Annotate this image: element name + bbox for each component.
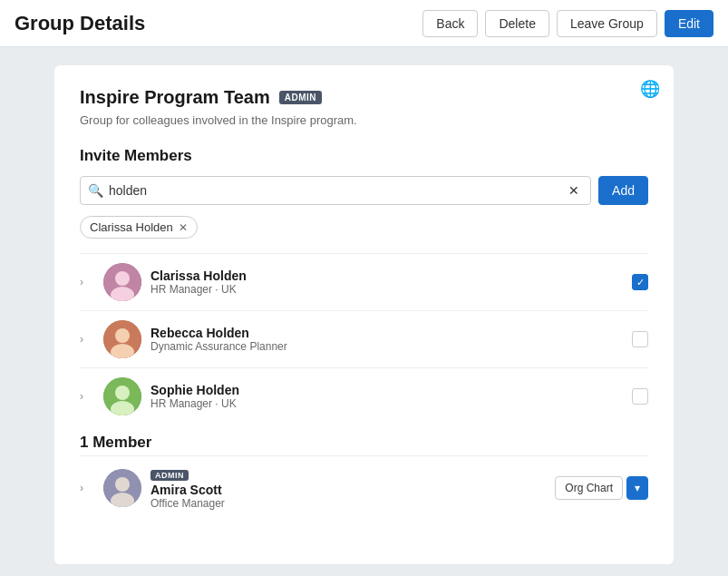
member-admin-badge: ADMIN xyxy=(150,470,189,481)
main-content: 🌐 Inspire Program Team ADMIN Group for c… xyxy=(0,47,728,576)
clear-icon[interactable]: ✕ xyxy=(565,181,583,200)
leave-group-button[interactable]: Leave Group xyxy=(557,10,657,37)
search-input[interactable] xyxy=(109,177,565,204)
group-description: Group for colleagues involved in the Ins… xyxy=(80,113,648,127)
avatar xyxy=(103,263,141,301)
delete-button[interactable]: Delete xyxy=(485,10,548,37)
chevron-icon: › xyxy=(80,276,94,288)
group-title-row: Inspire Program Team ADMIN xyxy=(80,87,648,108)
page-header: Group Details Back Delete Leave Group Ed… xyxy=(0,0,728,47)
tag-label: Clarissa Holden xyxy=(90,220,173,234)
member-role: HR Manager · UK xyxy=(150,283,623,296)
member-dropdown-button[interactable]: ▾ xyxy=(626,476,648,500)
member-info: Clarissa Holden HR Manager · UK xyxy=(150,268,623,296)
member-role: Dynamic Assurance Planner xyxy=(150,340,623,353)
admin-badge: ADMIN xyxy=(279,91,322,104)
org-chart-button[interactable]: Org Chart xyxy=(555,476,623,500)
svg-point-1 xyxy=(115,271,130,286)
search-result-row: › Clarissa Holden HR Manager · UK ✓ xyxy=(80,253,648,310)
member-role: Office Manager xyxy=(150,497,546,510)
tag-remove-icon[interactable]: ✕ xyxy=(179,221,188,234)
member-info: ADMIN Amira Scott Office Manager xyxy=(150,465,546,510)
invite-section-title: Invite Members xyxy=(80,147,648,165)
member-role: HR Manager · UK xyxy=(150,397,623,410)
member-row: › ADMIN Amira Scott Office Manager Org C… xyxy=(80,455,648,519)
search-icon: 🔍 xyxy=(88,183,103,198)
search-input-wrap[interactable]: 🔍 ✕ xyxy=(80,176,591,205)
group-name: Inspire Program Team xyxy=(80,87,270,108)
tag-row: Clarissa Holden ✕ xyxy=(80,216,648,239)
avatar-image xyxy=(103,263,141,301)
member-info: Rebecca Holden Dynamic Assurance Planner xyxy=(150,326,623,353)
group-card: 🌐 Inspire Program Team ADMIN Group for c… xyxy=(54,65,674,564)
svg-point-4 xyxy=(115,328,130,343)
member-checkbox[interactable] xyxy=(632,331,648,347)
avatar-image xyxy=(103,320,141,358)
tag-clarissa-holden: Clarissa Holden ✕ xyxy=(80,216,198,239)
header-actions: Back Delete Leave Group Edit xyxy=(422,10,713,37)
members-section-title: 1 Member xyxy=(80,434,648,452)
back-button[interactable]: Back xyxy=(422,10,478,37)
chevron-icon: › xyxy=(80,333,94,346)
svg-point-10 xyxy=(115,477,130,492)
member-name: Rebecca Holden xyxy=(150,326,623,340)
globe-icon: 🌐 xyxy=(639,78,661,100)
search-result-row: › Sophie Holden HR Manager · UK xyxy=(80,367,648,425)
add-button[interactable]: Add xyxy=(598,176,648,205)
member-name: Sophie Holden xyxy=(150,383,623,397)
avatar-image xyxy=(103,377,141,415)
search-results: › Clarissa Holden HR Manager · UK ✓ › xyxy=(80,253,648,425)
avatar xyxy=(103,377,141,415)
chevron-icon: › xyxy=(80,482,94,494)
edit-button[interactable]: Edit xyxy=(665,10,713,37)
svg-point-7 xyxy=(115,386,130,400)
avatar xyxy=(103,469,141,507)
member-info: Sophie Holden HR Manager · UK xyxy=(150,383,623,410)
search-row: 🔍 ✕ Add xyxy=(80,176,648,205)
member-name: Clarissa Holden xyxy=(150,268,623,283)
member-checkbox[interactable] xyxy=(632,388,648,405)
member-name: Amira Scott xyxy=(150,483,546,497)
avatar xyxy=(103,320,141,358)
member-actions: Org Chart ▾ xyxy=(555,476,648,500)
page-title: Group Details xyxy=(15,12,145,35)
avatar-image xyxy=(103,469,141,507)
search-result-row: › Rebecca Holden Dynamic Assurance Plann… xyxy=(80,310,648,367)
chevron-icon: › xyxy=(80,390,94,403)
member-checkbox[interactable]: ✓ xyxy=(632,274,648,290)
